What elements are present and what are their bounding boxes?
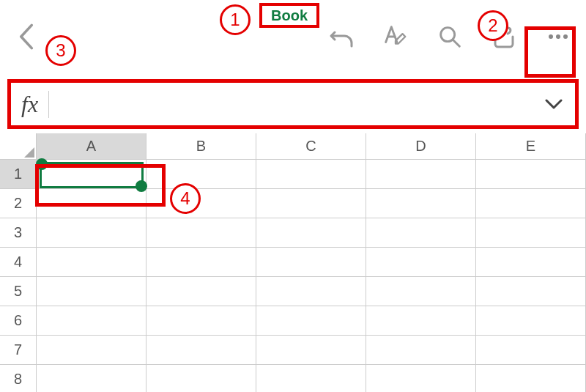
workbook-title-text: Book — [271, 7, 308, 24]
row-header-7[interactable]: 7 — [0, 336, 37, 365]
svg-marker-6 — [24, 147, 34, 158]
column-header-B[interactable]: B — [146, 133, 256, 159]
row-header-6[interactable]: 6 — [0, 306, 37, 336]
row-header-4[interactable]: 4 — [0, 248, 37, 277]
formula-bar: fx — [7, 79, 579, 129]
share-button[interactable] — [488, 21, 520, 53]
column-header-E[interactable]: E — [476, 133, 586, 159]
row-header-5[interactable]: 5 — [0, 277, 37, 306]
text-pen-icon — [382, 23, 409, 51]
svg-line-2 — [453, 40, 460, 47]
svg-point-5 — [563, 34, 568, 39]
more-button[interactable] — [542, 21, 574, 53]
workbook-title[interactable]: Book — [259, 3, 319, 28]
select-all-corner[interactable] — [0, 133, 37, 159]
row-header-2[interactable]: 2 — [0, 189, 37, 218]
column-headers: A B C D E — [0, 133, 586, 160]
column-header-A[interactable]: A — [37, 133, 146, 159]
chevron-down-icon — [545, 98, 563, 110]
search-button[interactable] — [434, 21, 466, 53]
svg-point-3 — [549, 34, 553, 39]
share-icon — [489, 22, 519, 51]
format-button[interactable] — [379, 21, 412, 53]
chevron-left-icon — [16, 23, 37, 50]
row-header-8[interactable]: 8 — [0, 365, 37, 392]
column-header-D[interactable]: D — [366, 133, 476, 159]
back-button[interactable] — [12, 22, 41, 51]
toolbar: Book — [0, 0, 586, 73]
formula-expand-button[interactable] — [543, 93, 565, 115]
undo-button[interactable] — [325, 21, 357, 53]
undo-icon — [327, 22, 356, 51]
corner-triangle-icon — [24, 147, 34, 158]
svg-point-4 — [556, 34, 560, 39]
fx-label: fx — [21, 91, 49, 118]
row-header-3[interactable]: 3 — [0, 218, 37, 248]
row-headers: 1 2 3 4 5 6 7 8 — [0, 160, 37, 392]
search-icon — [436, 23, 464, 51]
row-header-1[interactable]: 1 — [0, 160, 37, 189]
column-header-C[interactable]: C — [256, 133, 366, 159]
formula-input[interactable] — [49, 89, 543, 119]
spreadsheet-grid: A B C D E 1 2 3 4 5 6 7 8 — [0, 133, 586, 392]
ellipsis-icon — [544, 22, 573, 51]
cells-region[interactable] — [37, 160, 586, 392]
